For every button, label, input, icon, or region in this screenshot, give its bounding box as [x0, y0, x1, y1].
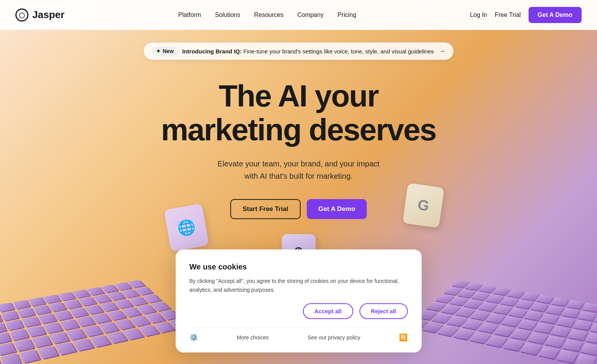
block-cell — [14, 339, 35, 352]
block-cell — [515, 299, 534, 309]
settings-icon[interactable]: ⚙️ — [190, 333, 198, 342]
hero-title-line2: marketing deserves — [161, 113, 436, 147]
block-cell — [530, 302, 549, 312]
banner-rest: Fine-tune your brand's settings like voi… — [243, 48, 434, 55]
nav-link-resources[interactable]: Resources — [254, 12, 283, 18]
block-cell — [521, 342, 542, 355]
block-cell — [54, 311, 73, 321]
badge-label: New — [163, 48, 174, 54]
announcement-banner[interactable]: ✦ New Introducing Brand IQ: Fine-tune yo… — [143, 42, 454, 60]
block-cell — [546, 305, 564, 315]
block-cell — [13, 300, 30, 309]
hero-subtitle: Elevate your team, your brand, and your … — [218, 158, 379, 182]
hero-subtitle-line2: with AI that's built for marketing. — [244, 172, 353, 180]
free-trial-link[interactable]: Free Trial — [495, 12, 521, 18]
privacy-policy-link[interactable]: See our privacy policy — [308, 334, 360, 341]
g-letter-icon: G — [417, 196, 430, 214]
block-cell — [562, 308, 580, 318]
block-cell — [28, 297, 46, 306]
accept-all-button[interactable]: Accept all — [303, 303, 353, 319]
get-demo-hero-button[interactable]: Get A Demo — [307, 199, 367, 219]
block-cell — [575, 354, 597, 364]
hero-cta-buttons: Start Free Trial Get A Demo — [230, 199, 367, 219]
cookie-banner: We use cookies By clicking "Accept all",… — [176, 249, 422, 352]
block-cell — [540, 313, 559, 324]
more-choices-link[interactable]: More choices — [237, 334, 269, 341]
start-free-trial-button[interactable]: Start Free Trial — [230, 199, 301, 219]
nav-link-company[interactable]: Company — [297, 12, 323, 18]
sparkle-icon: ✦ — [156, 48, 161, 54]
block-cell — [9, 329, 29, 341]
translate-icon[interactable]: 🈶 — [399, 333, 407, 342]
nav-right: Log In Free Trial Get A Demo — [470, 7, 582, 23]
block-cell — [551, 326, 570, 337]
block-cell — [538, 346, 560, 359]
block-cell — [43, 322, 63, 334]
block-cell — [524, 311, 543, 321]
cookie-title: We use cookies — [190, 263, 408, 271]
cookie-footer: ⚙️ More choices See our privacy policy 🈶 — [190, 327, 408, 342]
block-cell — [58, 292, 76, 301]
block-cell — [557, 350, 578, 363]
block-cell — [49, 332, 70, 344]
banner-bold: Introducing Brand IQ: — [182, 48, 242, 55]
block-cell — [536, 294, 554, 303]
block-cell — [0, 332, 12, 344]
logo[interactable]: ◯ Jasper — [15, 8, 65, 22]
blocks-right — [407, 280, 597, 364]
block-cell — [585, 332, 597, 344]
block-cell — [521, 292, 539, 301]
hero-title: The AI your marketing deserves — [161, 79, 436, 147]
hero-subtitle-line1: Elevate your team, your brand, and your … — [218, 160, 379, 168]
block-cell — [55, 342, 76, 355]
nav-link-pricing[interactable]: Pricing — [338, 12, 356, 18]
banner-text: Introducing Brand IQ: Fine-tune your bra… — [182, 48, 434, 55]
logo-icon: ◯ — [15, 8, 28, 22]
block-cell — [562, 339, 583, 352]
block-cell — [527, 332, 548, 344]
block-cell — [5, 319, 24, 330]
nav-links: Platform Solutions Resources Company Pri… — [178, 12, 356, 18]
reject-all-button[interactable]: Reject all — [359, 303, 408, 319]
block-cell — [22, 316, 40, 327]
cookie-buttons: Accept all Reject all — [190, 303, 408, 319]
block-cell — [517, 319, 537, 330]
block-cell — [60, 319, 80, 330]
block-cell — [1, 311, 19, 321]
nav-link-platform[interactable]: Platform — [178, 12, 201, 18]
block-cell — [17, 308, 35, 318]
blocks-left — [0, 280, 190, 364]
block-cell — [545, 335, 565, 347]
navbar: ◯ Jasper Platform Solutions Resources Co… — [0, 0, 597, 30]
banner-arrow-icon: → — [439, 48, 446, 55]
block-cell — [0, 354, 22, 364]
block-cell — [63, 299, 82, 309]
block-cell — [556, 316, 575, 327]
block-cell — [33, 305, 51, 315]
block-cell — [573, 319, 592, 330]
block-cell — [578, 311, 596, 321]
block-cell — [43, 294, 61, 303]
get-demo-button[interactable]: Get A Demo — [529, 7, 582, 23]
block-cell — [32, 335, 52, 347]
block-cell — [581, 342, 597, 355]
block-cell — [0, 303, 15, 312]
logo-text: Jasper — [32, 9, 65, 21]
block-cell — [0, 342, 16, 355]
block-cell — [568, 329, 587, 341]
block-cell — [551, 297, 569, 306]
block-cell — [48, 302, 67, 312]
block-cell — [567, 300, 584, 309]
login-link[interactable]: Log In — [470, 12, 487, 18]
block-cell — [582, 303, 597, 312]
block-cell — [38, 313, 57, 324]
block-cell — [19, 350, 40, 363]
hero-title-line1: The AI your — [219, 79, 378, 113]
block-cell — [27, 326, 46, 337]
block-cell — [534, 322, 554, 334]
cookie-description: By clicking "Accept all", you agree to t… — [190, 277, 408, 294]
nav-link-solutions[interactable]: Solutions — [215, 12, 240, 18]
block-cell — [37, 346, 59, 359]
block-cell — [511, 329, 531, 340]
new-badge: ✦ New — [151, 47, 178, 56]
